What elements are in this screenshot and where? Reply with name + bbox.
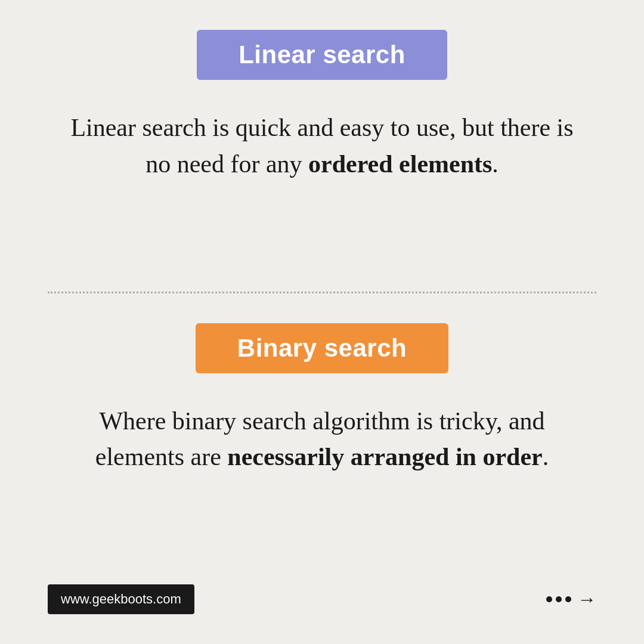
dot-2	[556, 596, 562, 602]
dot-3	[565, 596, 571, 602]
linear-description: Linear search is quick and easy to use, …	[66, 110, 578, 182]
footer: www.geekboots.com →	[48, 584, 596, 620]
dot-1	[546, 596, 552, 602]
linear-badge: Linear search	[197, 30, 447, 80]
linear-description-bold: ordered elements	[308, 150, 492, 178]
binary-description: Where binary search algorithm is tricky,…	[66, 403, 578, 476]
linear-description-end: .	[492, 150, 499, 178]
binary-description-bold: necessarily arranged in order	[227, 443, 542, 470]
binary-section: Binary search Where binary search algori…	[48, 293, 596, 585]
website-url: www.geekboots.com	[61, 592, 181, 606]
arrow-right-icon: →	[577, 589, 596, 611]
binary-description-end: .	[543, 443, 549, 470]
linear-badge-label: Linear search	[239, 41, 405, 69]
page-wrapper: Linear search Linear search is quick and…	[0, 0, 644, 644]
binary-badge: Binary search	[196, 323, 448, 373]
website-badge: www.geekboots.com	[48, 584, 194, 614]
linear-section: Linear search Linear search is quick and…	[48, 30, 596, 292]
dots-arrow-container: →	[546, 589, 596, 611]
binary-badge-label: Binary search	[237, 334, 407, 362]
